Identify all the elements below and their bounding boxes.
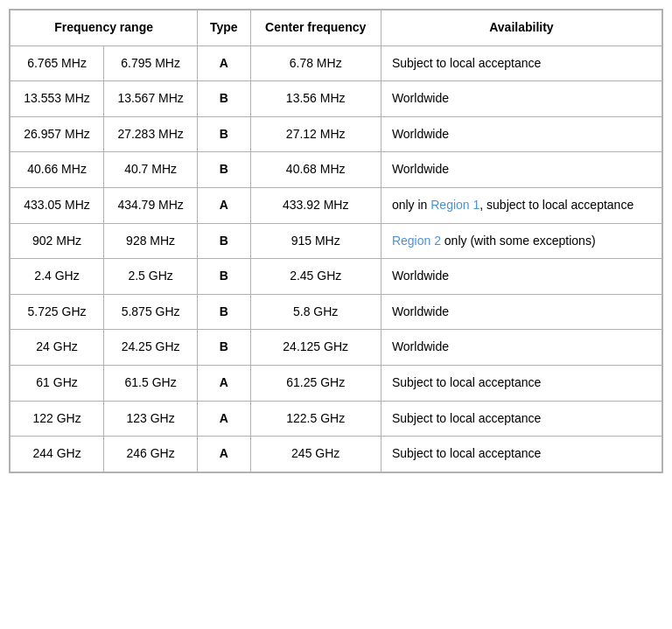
center-freq: 27.12 MHz [250,116,381,152]
type: A [198,45,250,81]
availability: Worldwide [381,81,662,117]
availability: Worldwide [381,152,662,188]
type: B [198,294,250,330]
frequency-table: Frequency range Type Center frequency Av… [10,10,662,472]
availability: Subject to local acceptance [381,365,662,401]
freq-high: 2.5 GHz [104,259,198,295]
freq-low: 24 GHz [10,330,104,366]
table-row: 2.4 GHz2.5 GHzB2.45 GHzWorldwide [10,259,662,295]
availability: Worldwide [381,116,662,152]
freq-low: 61 GHz [10,365,104,401]
center-freq: 915 MHz [250,223,381,259]
header-availability: Availability [381,10,662,46]
type: A [198,401,250,437]
freq-high: 40.7 MHz [104,152,198,188]
center-freq: 40.68 MHz [250,152,381,188]
center-freq: 6.78 MHz [250,45,381,81]
table-row: 13.553 MHz13.567 MHzB13.56 MHzWorldwide [10,81,662,117]
table-row: 902 MHz928 MHzB915 MHzRegion 2 only (wit… [10,223,662,259]
table-row: 61 GHz61.5 GHzA61.25 GHzSubject to local… [10,365,662,401]
header-center-frequency: Center frequency [250,10,381,46]
freq-low: 40.66 MHz [10,152,104,188]
availability: Subject to local acceptance [381,45,662,81]
table-row: 40.66 MHz40.7 MHzB40.68 MHzWorldwide [10,152,662,188]
type: B [198,223,250,259]
frequency-table-container: Frequency range Type Center frequency Av… [9,9,663,473]
table-row: 5.725 GHz5.875 GHzB5.8 GHzWorldwide [10,294,662,330]
freq-high: 5.875 GHz [104,294,198,330]
table-row: 26.957 MHz27.283 MHzB27.12 MHzWorldwide [10,116,662,152]
freq-low: 902 MHz [10,223,104,259]
freq-high: 13.567 MHz [104,81,198,117]
availability: only in Region 1, subject to local accep… [381,187,662,223]
freq-high: 61.5 GHz [104,365,198,401]
type: B [198,330,250,366]
freq-low: 433.05 MHz [10,187,104,223]
header-frequency-range: Frequency range [10,10,198,46]
freq-high: 123 GHz [104,401,198,437]
type: A [198,437,250,472]
table-row: 433.05 MHz434.79 MHzA433.92 MHzonly in R… [10,187,662,223]
table-header-row: Frequency range Type Center frequency Av… [10,10,662,46]
freq-high: 6.795 MHz [104,45,198,81]
header-type: Type [198,10,250,46]
center-freq: 2.45 GHz [250,259,381,295]
center-freq: 433.92 MHz [250,187,381,223]
center-freq: 24.125 GHz [250,330,381,366]
table-row: 6.765 MHz6.795 MHzA6.78 MHzSubject to lo… [10,45,662,81]
center-freq: 245 GHz [250,437,381,472]
table-row: 244 GHz246 GHzA245 GHzSubject to local a… [10,437,662,472]
freq-low: 2.4 GHz [10,259,104,295]
freq-low: 122 GHz [10,401,104,437]
table-row: 122 GHz123 GHzA122.5 GHzSubject to local… [10,401,662,437]
type: B [198,152,250,188]
freq-low: 26.957 MHz [10,116,104,152]
availability: Worldwide [381,330,662,366]
center-freq: 122.5 GHz [250,401,381,437]
type: A [198,187,250,223]
freq-low: 6.765 MHz [10,45,104,81]
type: A [198,365,250,401]
freq-high: 246 GHz [104,437,198,472]
freq-high: 27.283 MHz [104,116,198,152]
center-freq: 5.8 GHz [250,294,381,330]
type: B [198,259,250,295]
center-freq: 13.56 MHz [250,81,381,117]
availability: Subject to local acceptance [381,437,662,472]
freq-low: 5.725 GHz [10,294,104,330]
availability: Region 2 only (with some exceptions) [381,223,662,259]
freq-low: 244 GHz [10,437,104,472]
freq-high: 24.25 GHz [104,330,198,366]
freq-high: 434.79 MHz [104,187,198,223]
freq-high: 928 MHz [104,223,198,259]
type: B [198,81,250,117]
table-row: 24 GHz24.25 GHzB24.125 GHzWorldwide [10,330,662,366]
freq-low: 13.553 MHz [10,81,104,117]
availability: Subject to local acceptance [381,401,662,437]
center-freq: 61.25 GHz [250,365,381,401]
type: B [198,116,250,152]
availability: Worldwide [381,294,662,330]
availability: Worldwide [381,259,662,295]
